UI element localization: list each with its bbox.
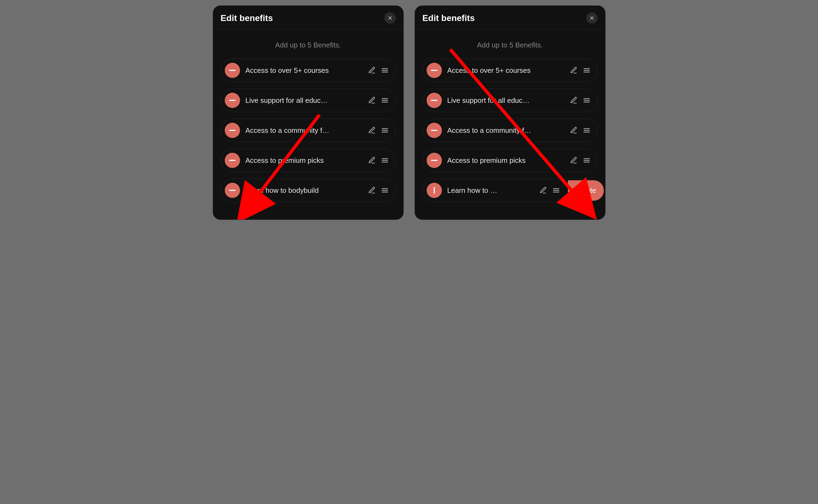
benefit-row[interactable]: Live support for all educ…: [423, 89, 598, 112]
pencil-icon: [570, 156, 578, 164]
drag-handle[interactable]: [583, 96, 591, 104]
menu-icon: [583, 156, 591, 164]
benefit-label: Learn how to …: [447, 186, 534, 195]
minus-icon: [229, 100, 236, 101]
panel-body: Add up to 5 Benefits. Access to over 5+ …: [415, 29, 605, 211]
row-actions: [570, 96, 591, 104]
drag-handle[interactable]: [381, 96, 389, 104]
menu-icon: [583, 126, 591, 134]
remove-button[interactable]: [225, 93, 240, 108]
edit-button[interactable]: [539, 186, 547, 194]
benefit-label: Access to over 5+ courses: [447, 66, 564, 75]
benefit-row[interactable]: Live support for all educ…: [221, 89, 396, 112]
close-icon: [589, 16, 594, 20]
benefit-row[interactable]: Access to premium picks: [221, 149, 396, 172]
drag-handle[interactable]: [381, 66, 389, 74]
menu-icon: [583, 66, 591, 74]
close-button[interactable]: [586, 12, 598, 24]
benefit-row[interactable]: Access to over 5+ courses: [423, 59, 598, 82]
minus-icon: [431, 70, 438, 71]
edit-button[interactable]: [570, 156, 578, 164]
row-actions: [570, 66, 591, 74]
remove-button[interactable]: [225, 63, 240, 78]
row-actions: [368, 186, 389, 194]
remove-button[interactable]: [427, 93, 442, 108]
panel-header: Edit benefits: [415, 6, 605, 29]
remove-button[interactable]: [225, 153, 240, 168]
benefit-label: Access to a community f…: [447, 126, 564, 135]
pencil-icon: [570, 96, 578, 104]
pencil-icon: [368, 96, 376, 104]
minus-icon: [229, 70, 236, 71]
edit-benefits-panel-left: Edit benefits Add up to 5 Benefits. Acce…: [213, 5, 404, 220]
remove-button[interactable]: [427, 63, 442, 78]
minus-icon: [431, 100, 438, 101]
row-actions: [368, 66, 389, 74]
benefit-row[interactable]: Access to a community f…: [221, 119, 396, 142]
benefit-label: Access to premium picks: [447, 156, 564, 165]
remove-button-active[interactable]: [427, 183, 442, 198]
panel-subtitle: Add up to 5 Benefits.: [221, 41, 396, 49]
menu-icon: [381, 156, 389, 164]
minus-icon: [229, 160, 236, 161]
menu-icon: [552, 186, 560, 194]
drag-handle[interactable]: [381, 126, 389, 134]
edit-button[interactable]: [368, 66, 376, 74]
minus-icon: [229, 190, 236, 191]
menu-icon: [381, 96, 389, 104]
drag-handle[interactable]: [583, 126, 591, 134]
minus-icon: [431, 160, 438, 161]
benefit-row[interactable]: Access to premium picks: [423, 149, 598, 172]
row-actions: [368, 126, 389, 134]
row-actions: [539, 186, 560, 194]
benefit-label: Learn how to bodybuild: [245, 186, 362, 195]
minus-icon: [229, 130, 236, 131]
vertical-bar-icon: [434, 187, 435, 194]
delete-button[interactable]: Delete: [568, 180, 604, 201]
benefit-label: Live support for all educ…: [447, 96, 564, 105]
edit-button[interactable]: [368, 126, 376, 134]
benefit-label: Access to premium picks: [245, 156, 362, 165]
drag-handle[interactable]: [583, 66, 591, 74]
edit-button[interactable]: [570, 126, 578, 134]
edit-button[interactable]: [368, 96, 376, 104]
edit-benefits-panel-right: Edit benefits Add up to 5 Benefits. Acce…: [415, 5, 606, 220]
pencil-icon: [570, 126, 578, 134]
edit-button[interactable]: [570, 66, 578, 74]
panel-subtitle: Add up to 5 Benefits.: [423, 41, 598, 49]
menu-icon: [381, 126, 389, 134]
edit-button[interactable]: [570, 96, 578, 104]
edit-button[interactable]: [368, 156, 376, 164]
pencil-icon: [368, 186, 376, 194]
minus-icon: [431, 130, 438, 131]
drag-handle[interactable]: [381, 186, 389, 194]
benefit-row[interactable]: Learn how to bodybuild: [221, 179, 396, 202]
menu-icon: [381, 186, 389, 194]
panel-title: Edit benefits: [221, 13, 273, 23]
panel-title: Edit benefits: [423, 13, 475, 23]
panel-header: Edit benefits: [213, 6, 403, 29]
pencil-icon: [368, 66, 376, 74]
remove-button[interactable]: [225, 123, 240, 138]
edit-button[interactable]: [368, 186, 376, 194]
row-actions: [570, 126, 591, 134]
drag-handle[interactable]: [583, 156, 591, 164]
benefit-row-delete-revealed[interactable]: Learn how to … Delete: [423, 179, 598, 202]
menu-icon: [381, 66, 389, 74]
drag-handle[interactable]: [381, 156, 389, 164]
close-button[interactable]: [384, 12, 396, 24]
close-icon: [388, 16, 392, 20]
remove-button[interactable]: [427, 153, 442, 168]
remove-button[interactable]: [225, 183, 240, 198]
pencil-icon: [539, 186, 547, 194]
benefit-label: Access to over 5+ courses: [245, 66, 362, 75]
row-actions: [368, 96, 389, 104]
row-actions: [570, 156, 591, 164]
benefit-row[interactable]: Access to a community f…: [423, 119, 598, 142]
benefit-label: Access to a community f…: [245, 126, 362, 135]
menu-icon: [583, 96, 591, 104]
drag-handle[interactable]: [552, 186, 560, 194]
remove-button[interactable]: [427, 123, 442, 138]
benefit-row[interactable]: Access to over 5+ courses: [221, 59, 396, 82]
pencil-icon: [368, 156, 376, 164]
